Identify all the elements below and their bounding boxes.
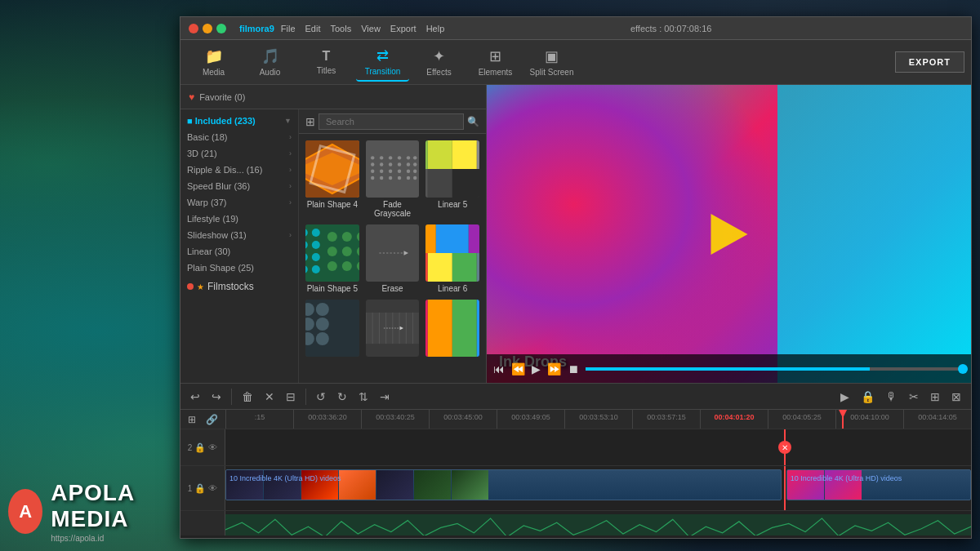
menu-tools[interactable]: Tools <box>331 24 352 33</box>
timeline-split-button[interactable]: ⇥ <box>376 389 393 405</box>
video-clip-2[interactable]: 10 Incredible 4K (Ultra HD) videos <box>786 469 971 500</box>
svg-point-54 <box>342 247 352 256</box>
thumb-row3a <box>305 300 359 357</box>
playback-stop-button[interactable]: ⏹ <box>568 362 579 375</box>
transition-icon: ⇄ <box>376 47 389 64</box>
close-button[interactable] <box>189 24 198 33</box>
toolbar-titles[interactable]: T Titles <box>300 42 353 82</box>
transition-linear-5[interactable]: Linear 5 <box>425 140 479 218</box>
toolbar-transition[interactable]: ⇄ Transition <box>356 42 409 82</box>
svg-point-57 <box>327 261 337 271</box>
transition-plain-shape-5[interactable]: Plain Shape 5 <box>305 224 359 293</box>
timeline-delete-button[interactable]: 🗑 <box>238 389 256 405</box>
search-input[interactable] <box>318 113 464 130</box>
transition-row3c[interactable] <box>425 300 479 359</box>
track-1-timeline: 10 Incredible 4K (Ultra HD) videos 10 In… <box>225 466 971 510</box>
timeline-mic-btn[interactable]: 🎙 <box>883 389 901 405</box>
transition-linear-6[interactable]: Linear 6 <box>425 224 479 293</box>
menu-help[interactable]: Help <box>426 24 445 33</box>
ruler-tick-2: 00:03:40:25 <box>361 410 429 429</box>
playback-prev-button[interactable]: ⏮ <box>493 362 505 375</box>
clip-name-2: 10 Incredible 4K (Ultra HD) videos <box>791 474 902 482</box>
title-timecode: effects : 00:07:08:16 <box>630 24 711 33</box>
toolbar-elements[interactable]: ⊞ Elements <box>469 42 522 82</box>
timeline-crop-button[interactable]: ⊟ <box>283 389 299 405</box>
toolbar-split-screen[interactable]: ▣ Split Screen <box>525 42 578 82</box>
clip-thumb-5 <box>376 470 413 500</box>
timeline-rotate-left-button[interactable]: ↺ <box>313 389 329 405</box>
svg-point-17 <box>380 170 383 173</box>
export-button[interactable]: EXPORT <box>895 51 964 73</box>
ruler-link-icon[interactable]: 🔗 <box>203 412 221 427</box>
timeline-settings-btn[interactable]: ⊠ <box>948 389 964 405</box>
transition-row3b[interactable] <box>366 300 420 359</box>
track-2-lock-icon[interactable]: 🔒 <box>194 442 206 453</box>
preview-play-button[interactable] <box>710 214 747 255</box>
cat-lifestyle[interactable]: Lifestyle (19) <box>180 211 298 227</box>
transition-row3a[interactable] <box>305 300 359 359</box>
menu-edit[interactable]: Edit <box>305 24 321 33</box>
timeline-undo-button[interactable]: ↩ <box>187 389 203 405</box>
cat-slideshow[interactable]: Slideshow (31) › <box>180 227 298 243</box>
cat-included[interactable]: ■ Included (233) ▼ <box>180 113 298 129</box>
playback-forward-button[interactable]: ⏩ <box>547 362 561 375</box>
cat-filmstocks[interactable]: ★ Filmstocks <box>180 276 298 297</box>
grid-icon[interactable]: ⊞ <box>305 115 315 128</box>
timeline-scissors-btn[interactable]: ✂ <box>906 389 922 405</box>
ruler-tick-3: 00:03:45:00 <box>429 410 497 429</box>
svg-point-13 <box>398 162 401 166</box>
cat-ripple[interactable]: Ripple & Dis... (16) › <box>180 162 298 178</box>
toolbar-effects-label: Effects <box>426 68 451 77</box>
toolbar-media[interactable]: 📁 Media <box>187 42 240 82</box>
svg-point-48 <box>312 265 320 273</box>
clip-name-1: 10 Incredible 4K (Ultra HD) videos <box>229 474 341 482</box>
svg-point-42 <box>312 241 320 249</box>
toolbar-effects[interactable]: ✦ Effects <box>412 42 466 82</box>
svg-rect-66 <box>436 224 469 253</box>
transition-plain-shape-4[interactable]: Plain Shape 4 <box>305 140 359 218</box>
timeline-grid-btn[interactable]: ⊞ <box>927 389 943 405</box>
timeline-mirror-button[interactable]: ⇅ <box>355 389 372 405</box>
search-icon[interactable]: 🔍 <box>467 116 479 127</box>
svg-point-4 <box>371 156 374 159</box>
svg-rect-32 <box>477 140 479 169</box>
svg-rect-71 <box>477 253 479 282</box>
tl-sep-2 <box>305 389 306 405</box>
timeline-lock-btn[interactable]: 🔒 <box>858 389 878 405</box>
progress-bar[interactable] <box>586 367 964 371</box>
cat-linear[interactable]: Linear (30) <box>180 243 298 260</box>
thumb-plain-shape-5 <box>305 224 359 282</box>
track-2-eye-icon[interactable]: 👁 <box>208 442 217 452</box>
track-1-lock-icon[interactable]: 🔒 <box>194 483 206 494</box>
audio-waveform <box>225 514 971 535</box>
svg-point-14 <box>406 162 409 166</box>
toolbar-audio[interactable]: 🎵 Audio <box>243 42 296 82</box>
cat-3d[interactable]: 3D (21) › <box>180 145 298 162</box>
cat-basic[interactable]: Basic (18) › <box>180 129 298 145</box>
timeline-redo-button[interactable]: ↪ <box>208 389 225 405</box>
menu-export[interactable]: Export <box>390 24 416 33</box>
svg-point-45 <box>312 253 320 261</box>
transition-erase[interactable]: Erase <box>366 224 420 293</box>
timeline-rotate-right-button[interactable]: ↻ <box>334 389 350 405</box>
maximize-button[interactable] <box>216 24 226 33</box>
clip-thumb-6 <box>414 470 451 500</box>
minimize-button[interactable] <box>203 24 212 33</box>
ruler-grid-icon[interactable]: ⊞ <box>185 412 199 427</box>
menu-view[interactable]: View <box>361 24 381 33</box>
video-clip-1[interactable]: 10 Incredible 4K (Ultra HD) videos <box>225 469 782 500</box>
menu-file[interactable]: File <box>281 24 296 33</box>
transition-fade-grayscale[interactable]: Fade Grayscale <box>366 140 420 218</box>
svg-rect-97 <box>452 300 477 357</box>
svg-point-21 <box>413 170 416 173</box>
ruler-tick-0: :15 <box>225 410 293 429</box>
cat-warp[interactable]: Warp (37) › <box>180 194 298 211</box>
timeline-play-btn[interactable]: ▶ <box>837 389 853 405</box>
playback-rewind-button[interactable]: ⏪ <box>511 362 525 375</box>
playback-play-button[interactable]: ▶ <box>532 362 541 375</box>
timeline-close-button[interactable]: ✕ <box>261 389 278 405</box>
cat-speed-blur[interactable]: Speed Blur (36) › <box>180 178 298 194</box>
track-1-eye-icon[interactable]: 👁 <box>208 483 217 493</box>
brand-name: APOLA MEDIA <box>51 480 180 532</box>
cat-plain-shape[interactable]: Plain Shape (25) <box>180 260 298 276</box>
